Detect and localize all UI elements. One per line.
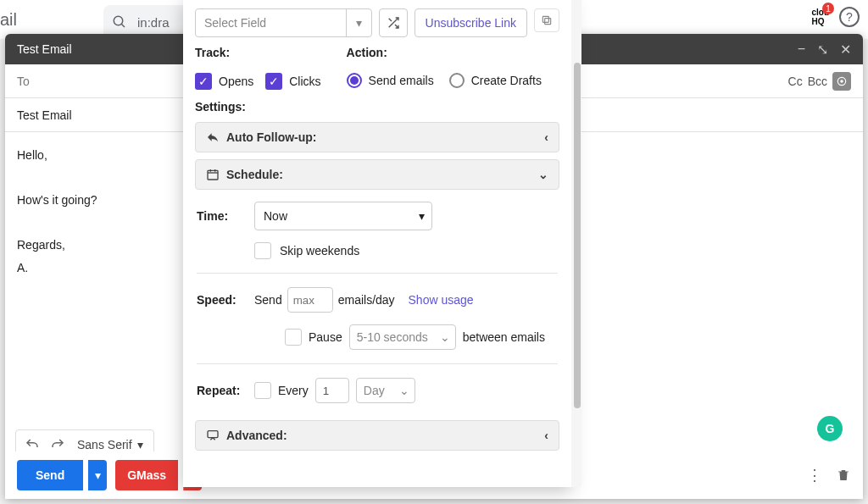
send-emails-radio[interactable]: Send emails — [347, 73, 434, 88]
schedule-body: Time: Now ▾ Skip weekends Speed: Send em… — [195, 197, 559, 412]
checkbox-unchecked-icon — [254, 242, 271, 259]
minimize-icon[interactable]: − — [798, 42, 805, 57]
window-controls: − ⤡ ✕ — [798, 42, 851, 58]
radio-checked-icon — [347, 73, 362, 88]
repeat-unit-select[interactable]: Day ⌄ — [356, 378, 415, 403]
advanced-accordion[interactable]: Advanced: ‹ — [195, 420, 559, 451]
chevron-down-icon: ⌄ — [399, 384, 409, 397]
radio-unchecked-icon — [449, 73, 465, 88]
search-icon — [112, 14, 127, 30]
opens-checkbox-row[interactable]: ✓ Opens — [195, 73, 253, 90]
checkbox-checked-icon: ✓ — [195, 73, 212, 90]
gmass-button[interactable]: GMass — [115, 460, 178, 490]
search-query: in:dra — [137, 15, 170, 30]
svg-point-3 — [840, 80, 843, 83]
speed-suffix: emails/day — [338, 293, 395, 307]
between-emails-label: between emails — [463, 330, 545, 344]
extension-icon[interactable] — [832, 72, 851, 91]
create-drafts-label: Create Drafts — [471, 74, 542, 87]
to-label: To — [17, 75, 30, 88]
checkbox-unchecked-icon[interactable] — [254, 382, 271, 399]
shuffle-icon[interactable] — [379, 8, 408, 37]
copy-icon[interactable] — [534, 8, 559, 32]
checkbox-unchecked-icon[interactable] — [285, 329, 302, 346]
auto-followup-accordion[interactable]: Auto Follow-up: ‹ — [195, 122, 559, 152]
repeat-count-input[interactable] — [315, 378, 349, 403]
reply-icon — [206, 130, 220, 144]
grammarly-icon[interactable]: G — [817, 416, 843, 441]
chat-icon — [206, 429, 220, 442]
speed-label: Speed: — [197, 293, 254, 307]
clicks-label: Clicks — [289, 75, 320, 88]
more-options-icon[interactable]: ⋮ — [807, 466, 822, 485]
show-usage-link[interactable]: Show usage — [409, 293, 474, 307]
time-row: Time: Now ▾ — [197, 202, 558, 230]
time-value: Now — [264, 209, 287, 223]
every-label: Every — [278, 384, 309, 397]
svg-line-1 — [121, 24, 125, 27]
track-label: Track: — [195, 46, 321, 59]
track-action-row: Track: ✓ Opens ✓ Clicks Action: Send ema… — [195, 46, 559, 90]
time-select[interactable]: Now ▾ — [254, 202, 432, 230]
select-field-dropdown[interactable]: Select Field ▾ — [195, 8, 372, 37]
advanced-label: Advanced: — [226, 429, 287, 442]
scrollbar-thumb[interactable] — [574, 63, 581, 408]
unsubscribe-link-button[interactable]: Unsubscribe Link — [415, 8, 527, 37]
subject-text: Test Email — [17, 108, 72, 122]
font-family-select[interactable]: Sans Serif ▾ — [72, 438, 148, 451]
svg-rect-4 — [545, 19, 551, 25]
divider — [197, 363, 558, 364]
pause-label: Pause — [309, 330, 342, 344]
skip-weekends-label: Skip weekends — [280, 244, 359, 258]
pause-value: 5-10 seconds — [357, 330, 428, 344]
send-button[interactable]: Send — [17, 460, 83, 490]
expand-icon[interactable]: ⤡ — [817, 42, 828, 58]
checkbox-checked-icon: ✓ — [265, 73, 282, 90]
track-column: Track: ✓ Opens ✓ Clicks — [195, 46, 321, 90]
svg-rect-6 — [208, 170, 218, 180]
cloudhq-count: 1 — [822, 3, 834, 14]
chevron-down-icon: ▾ — [346, 9, 371, 36]
chevron-left-icon: ‹ — [544, 130, 548, 144]
chevron-down-icon: ▾ — [137, 438, 143, 451]
schedule-accordion[interactable]: Schedule: ⌄ — [195, 159, 559, 190]
cloudhq-sub: HQ — [811, 17, 829, 26]
repeat-unit-value: Day — [364, 384, 385, 397]
action-label: Action: — [347, 46, 559, 59]
schedule-label: Schedule: — [226, 168, 283, 181]
svg-rect-5 — [542, 16, 548, 22]
divider — [197, 273, 558, 274]
create-drafts-radio[interactable]: Create Drafts — [449, 73, 542, 88]
time-label: Time: — [197, 209, 254, 223]
close-icon[interactable]: ✕ — [840, 42, 851, 58]
compose-title: Test Email — [17, 42, 72, 56]
repeat-row: Repeat: Every Day ⌄ — [197, 378, 558, 403]
cc-link[interactable]: Cc — [788, 75, 803, 88]
skip-weekends-row[interactable]: Skip weekends — [254, 242, 558, 259]
speed-input[interactable] — [287, 287, 333, 313]
send-row-right: ⋮ — [807, 466, 851, 485]
auto-followup-label: Auto Follow-up: — [226, 130, 317, 144]
chevron-down-icon: ▾ — [419, 209, 425, 223]
cloudhq-badge[interactable]: clou HQ 1 — [811, 8, 829, 26]
help-icon[interactable]: ? — [839, 7, 860, 27]
popover-top-row: Select Field ▾ Unsubscribe Link — [195, 8, 559, 37]
repeat-label: Repeat: — [197, 384, 254, 397]
clicks-checkbox-row[interactable]: ✓ Clicks — [265, 73, 320, 90]
popover-scrollbar[interactable] — [571, 0, 581, 487]
send-prefix: Send — [254, 293, 282, 307]
calendar-icon — [206, 168, 220, 181]
gmass-settings-popover: Select Field ▾ Unsubscribe Link Track: ✓… — [183, 0, 571, 487]
pause-select[interactable]: 5-10 seconds ⌄ — [349, 324, 456, 350]
font-name: Sans Serif — [77, 438, 132, 451]
action-column: Action: Send emails Create Drafts — [347, 46, 559, 90]
opens-label: Opens — [219, 75, 253, 88]
recipient-links: Cc Bcc — [788, 72, 851, 91]
topbar-right: clou HQ 1 ? — [811, 7, 860, 27]
send-more-button[interactable]: ▾ — [88, 460, 107, 490]
gmail-logo-fragment: ail — [0, 10, 44, 30]
svg-rect-10 — [208, 431, 218, 438]
trash-icon[interactable] — [836, 468, 851, 483]
chevron-down-icon: ⌄ — [538, 168, 548, 181]
bcc-link[interactable]: Bcc — [808, 75, 827, 88]
